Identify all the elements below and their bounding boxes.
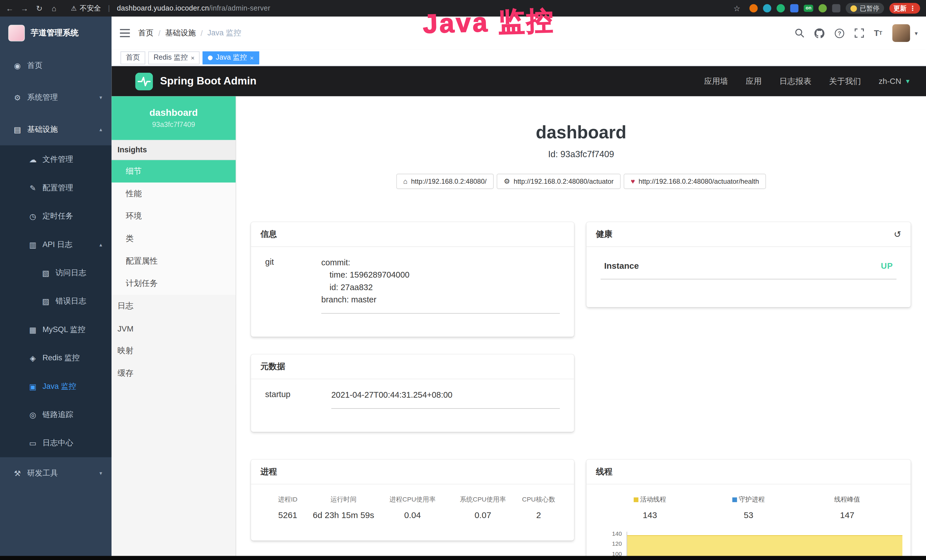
chevron-down-icon[interactable]: ▾ xyxy=(915,30,918,36)
sidebar-item-config-mgmt[interactable]: ✎ 配置管理 xyxy=(0,174,112,202)
browser-menu-icon[interactable]: ⋮ xyxy=(909,5,916,12)
url-text[interactable]: dashboard.yudao.iocoder.cn/infra/admin-s… xyxy=(117,4,270,12)
process-card: 进程 进程ID 5261 运行时间 6d 23h 15m 59 xyxy=(251,460,574,540)
sidebar-item-label: 日志中心 xyxy=(42,437,73,448)
sidebar-item-label: MySQL 监控 xyxy=(42,324,85,335)
process-cpu: 0.04 xyxy=(377,510,448,520)
avatar[interactable] xyxy=(892,24,910,42)
history-icon[interactable]: ↺ xyxy=(894,229,901,239)
live-threads-swatch xyxy=(634,497,639,502)
extension-icon-3[interactable] xyxy=(777,4,785,12)
process-card-title: 进程 xyxy=(251,460,574,484)
close-icon[interactable]: × xyxy=(250,54,254,61)
sba-nav-wallboard[interactable]: 应用墙 xyxy=(704,76,728,86)
instance-header[interactable]: dashboard 93a3fc7f7409 xyxy=(112,97,236,140)
update-button[interactable]: 更新⋮ xyxy=(890,3,920,14)
info-value: commit: time: 1596289704000 id: 27aa832 … xyxy=(321,256,560,314)
sba-item-classes[interactable]: 类 xyxy=(112,227,236,250)
sidebar-item-file-mgmt[interactable]: ☁ 文件管理 xyxy=(0,145,112,173)
health-card-title: 健康 xyxy=(596,229,612,239)
metadata-key: startup xyxy=(265,389,331,409)
sba-item-config-props[interactable]: 配置属性 xyxy=(112,250,236,272)
sba-item-logs[interactable]: 日志 xyxy=(112,295,236,317)
breadcrumb-infra[interactable]: 基础设施 xyxy=(165,28,196,38)
sba-item-details[interactable]: 细节 xyxy=(112,160,236,183)
sba-item-scheduled-tasks[interactable]: 计划任务 xyxy=(112,272,236,295)
tab-redis-monitor[interactable]: Redis 监控 × xyxy=(148,51,200,64)
address-bar[interactable]: ⚠ 不安全 | dashboard.yudao.iocoder.cn/infra… xyxy=(71,3,270,13)
wrench-icon: ⚙ xyxy=(504,177,510,185)
status-badge: UP xyxy=(881,261,893,271)
sba-item-jvm[interactable]: JVM xyxy=(112,317,236,340)
service-url-button[interactable]: ⌂ http://192.168.0.2:48080/ xyxy=(396,174,494,189)
sba-item-mappings[interactable]: 映射 xyxy=(112,340,236,362)
mysql-icon: ▦ xyxy=(28,325,37,334)
sidebar-item-mysql-monitor[interactable]: ▦ MySQL 监控 xyxy=(0,316,112,344)
reload-icon[interactable]: ↻ xyxy=(32,4,47,12)
url-domain: dashboard.yudao.iocoder.cn xyxy=(117,4,209,12)
sidebar-item-error-logs[interactable]: ▨ 错误日志 xyxy=(0,287,112,315)
sidebar-item-api-logs[interactable]: ▥ API 日志 ▴ xyxy=(0,230,112,259)
sba-item-environment[interactable]: 环境 xyxy=(112,205,236,228)
fullscreen-icon[interactable] xyxy=(855,28,864,38)
threads-legend: 活动线程 143 守护进程 53 线程峰值 14 xyxy=(601,494,896,520)
sidebar-item-access-logs[interactable]: ▧ 访问日志 xyxy=(0,259,112,287)
sidebar-item-java-monitor[interactable]: ▣ Java 监控 xyxy=(0,372,112,401)
sba-item-caches[interactable]: 缓存 xyxy=(112,362,236,384)
tools-icon: ⚒ xyxy=(13,469,22,478)
instance-name: dashboard xyxy=(150,107,198,118)
tab-label: Redis 监控 xyxy=(153,53,188,62)
file-icon: ☁ xyxy=(28,155,37,164)
sba-logo-icon xyxy=(135,73,153,90)
search-icon[interactable] xyxy=(795,28,804,38)
sba-brand[interactable]: Spring Boot Admin xyxy=(135,73,256,90)
bookmark-star-icon[interactable]: ☆ xyxy=(729,4,744,12)
instance-links: ⌂ http://192.168.0.2:48080/ ⚙ http://192… xyxy=(236,174,926,189)
sidebar-item-scheduled-jobs[interactable]: ◷ 定时任务 xyxy=(0,202,112,230)
git-commit-id: id: 27aa832 xyxy=(321,281,560,294)
language-selector[interactable]: zh-CN ▼ xyxy=(879,77,911,86)
back-icon[interactable]: ← xyxy=(2,4,17,12)
sidebar-item-infra[interactable]: ▤ 基础设施 ▴ xyxy=(0,114,112,145)
sba-item-metrics[interactable]: 性能 xyxy=(112,183,236,205)
extension-icon-1[interactable] xyxy=(749,4,758,12)
sidebar-toggle-button[interactable] xyxy=(120,29,130,37)
sba-nav-applications[interactable]: 应用 xyxy=(746,76,762,86)
sidebar-item-dev-tools[interactable]: ⚒ 研发工具 ▾ xyxy=(0,457,112,489)
sba-nav-journal[interactable]: 日志报表 xyxy=(779,76,811,86)
breadcrumb-home[interactable]: 首页 xyxy=(138,28,154,38)
close-icon[interactable]: × xyxy=(191,54,195,61)
sidebar-item-tracing[interactable]: ◎ 链路追踪 xyxy=(0,401,112,429)
sidebar-item-redis-monitor[interactable]: ◈ Redis 监控 xyxy=(0,344,112,372)
health-url-button[interactable]: ♥ http://192.168.0.2:48080/actuator/heal… xyxy=(624,174,766,189)
chevron-down-icon: ▼ xyxy=(905,78,911,85)
sidebar-item-system[interactable]: ⚙ 系统管理 ▾ xyxy=(0,82,112,114)
y-tick-140: 140 xyxy=(601,531,622,537)
actuator-url-button[interactable]: ⚙ http://192.168.0.2:48080/actuator xyxy=(496,174,620,189)
sidebar-item-label: 研发工具 xyxy=(27,468,58,478)
sba-nav-about[interactable]: 关于我们 xyxy=(829,76,861,86)
api-log-icon: ▥ xyxy=(28,240,37,249)
sidebar-item-home[interactable]: ◉ 首页 xyxy=(0,50,112,82)
extensions-puzzle-icon[interactable] xyxy=(832,4,840,12)
home-icon[interactable]: ⌂ xyxy=(47,4,62,12)
extension-icon-2[interactable] xyxy=(763,4,772,12)
extension-icon-5[interactable] xyxy=(819,4,827,12)
tab-home[interactable]: 首页 xyxy=(120,51,145,64)
help-icon[interactable]: ? xyxy=(834,28,844,38)
breadcrumb: 首页 / 基础设施 / Java 监控 xyxy=(138,28,241,38)
font-size-icon[interactable]: TT xyxy=(874,29,882,37)
extension-icon-4[interactable] xyxy=(790,4,799,12)
sba-group-insights[interactable]: Insights xyxy=(112,140,236,160)
git-branch: branch: master xyxy=(321,294,560,306)
info-card-title: 信息 xyxy=(251,222,574,247)
sidebar-item-log-center[interactable]: ▭ 日志中心 xyxy=(0,429,112,457)
extension-on-badge[interactable]: on xyxy=(804,5,813,12)
sidebar-item-label: 访问日志 xyxy=(56,268,86,278)
github-icon[interactable] xyxy=(814,28,824,38)
tab-java-monitor[interactable]: Java 监控 × xyxy=(203,51,259,64)
paused-badge[interactable]: 已暂停 xyxy=(846,3,884,14)
app-logo-row[interactable]: 芋道管理系统 xyxy=(0,17,112,50)
sidebar-item-label: 链路追踪 xyxy=(42,409,73,420)
forward-icon[interactable]: → xyxy=(17,4,32,12)
